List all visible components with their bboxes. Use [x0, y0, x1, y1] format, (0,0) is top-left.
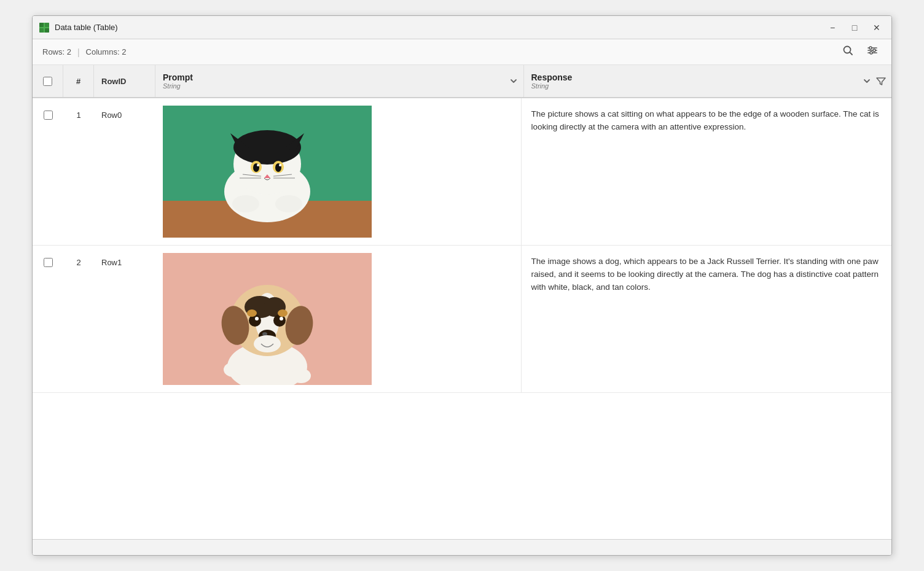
svg-point-10: [869, 47, 872, 49]
row2-num: 2: [76, 258, 80, 267]
row1-rowid-cell: Row0: [94, 98, 155, 245]
row2-response-text: The image shows a dog, which appears to …: [531, 257, 879, 292]
row2-num-cell: 2: [63, 246, 94, 392]
sliders-icon: [867, 45, 878, 56]
rowid-header-label: RowID: [101, 77, 126, 86]
table-row: 1 Row0: [33, 98, 891, 246]
svg-rect-3: [39, 28, 44, 33]
svg-point-48: [224, 362, 243, 377]
search-button[interactable]: [839, 42, 857, 61]
header-rowid-cell: RowID: [94, 65, 155, 97]
response-filter-icon[interactable]: [875, 76, 887, 87]
num-header-label: #: [76, 77, 80, 86]
svg-rect-4: [45, 28, 49, 33]
app-icon: [39, 22, 50, 33]
row1-num-cell: 1: [63, 98, 94, 245]
response-col-name: Response: [531, 72, 860, 82]
row1-prompt-cell: [155, 98, 522, 245]
header-num-cell: #: [63, 65, 94, 97]
row2-response-cell: The image shows a dog, which appears to …: [522, 246, 892, 392]
window-title: Data table (Table): [55, 23, 819, 32]
row1-num: 1: [76, 111, 80, 120]
svg-point-12: [870, 52, 872, 54]
settings-button[interactable]: [863, 42, 882, 61]
row1-rowid: Row0: [101, 111, 122, 120]
prompt-col-content: Prompt String: [163, 72, 506, 90]
row1-prompt-image: [163, 106, 372, 238]
svg-rect-1: [39, 23, 44, 27]
table-row: 2 Row1: [33, 246, 891, 393]
rows-info: Rows: 2: [42, 47, 71, 56]
status-bar: [33, 539, 891, 555]
table-body: 1 Row0: [33, 98, 891, 539]
minimize-button[interactable]: −: [824, 21, 841, 34]
svg-point-11: [873, 49, 875, 52]
row1-checkbox-cell[interactable]: [33, 98, 63, 245]
prompt-sort-icon[interactable]: [509, 76, 519, 86]
row2-rowid-cell: Row1: [94, 246, 155, 392]
toolbar: Rows: 2 | Columns: 2: [33, 39, 891, 65]
response-col-content: Response String: [531, 72, 860, 90]
toolbar-info: Rows: 2 | Columns: 2: [42, 47, 832, 57]
prompt-col-name: Prompt: [163, 72, 506, 82]
svg-point-50: [247, 309, 257, 317]
select-all-checkbox[interactable]: [43, 77, 52, 86]
svg-point-27: [279, 164, 281, 166]
row1-checkbox[interactable]: [44, 111, 53, 120]
toolbar-actions: [839, 42, 882, 61]
svg-point-47: [254, 335, 281, 352]
svg-point-43: [255, 317, 259, 320]
row1-response-text: The picture shows a cat sitting on what …: [531, 109, 879, 131]
search-icon: [842, 45, 853, 56]
svg-point-51: [278, 309, 288, 317]
svg-line-6: [850, 52, 852, 55]
window-controls: − □ ✕: [824, 21, 885, 34]
title-bar: Data table (Table) − □ ✕: [33, 16, 891, 39]
header-prompt-cell[interactable]: Prompt String: [155, 65, 524, 97]
svg-rect-2: [45, 23, 49, 27]
close-button[interactable]: ✕: [868, 21, 885, 34]
main-window: Data table (Table) − □ ✕ Rows: 2 | Colum…: [32, 15, 892, 556]
svg-point-49: [291, 368, 311, 383]
svg-point-21: [275, 195, 302, 212]
row2-checkbox-cell[interactable]: [33, 246, 63, 392]
table-header: # RowID Prompt String Response String: [33, 65, 891, 98]
svg-point-44: [280, 317, 283, 320]
response-col-type: String: [531, 82, 860, 90]
row1-response-cell: The picture shows a cat sitting on what …: [522, 98, 892, 245]
svg-point-20: [232, 195, 259, 212]
header-checkbox-cell[interactable]: [33, 65, 63, 97]
row2-rowid: Row1: [101, 258, 122, 267]
row2-prompt-cell: [155, 246, 522, 392]
row2-checkbox[interactable]: [44, 258, 53, 267]
prompt-col-type: String: [163, 82, 506, 90]
maximize-button[interactable]: □: [846, 21, 863, 34]
header-response-cell[interactable]: Response String: [524, 65, 892, 97]
row2-prompt-image: [163, 253, 372, 385]
columns-info: Columns: 2: [86, 47, 127, 56]
response-sort-icon[interactable]: [862, 76, 872, 86]
svg-point-26: [257, 164, 259, 166]
separator: |: [77, 47, 80, 57]
